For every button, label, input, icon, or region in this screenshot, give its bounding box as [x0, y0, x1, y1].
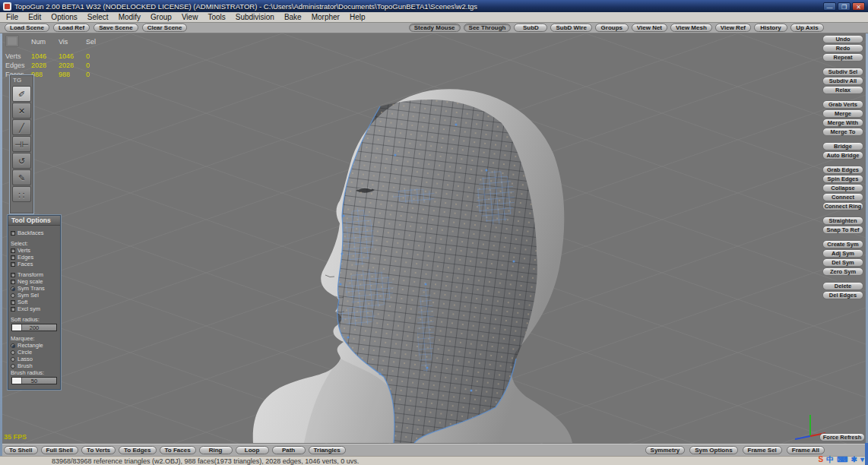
menu-tools[interactable]: Tools — [207, 13, 225, 21]
maximize-button[interactable]: ❐ — [838, 2, 851, 11]
steady-mouse-button[interactable]: Steady Mouse — [409, 24, 461, 32]
soft-radius-slider-handle[interactable] — [12, 324, 22, 331]
edges-checkbox[interactable] — [11, 255, 15, 260]
soft-option[interactable]: Soft — [8, 299, 60, 305]
soft-radius-slider[interactable]: 200 — [11, 324, 57, 331]
menu-view[interactable]: View — [182, 13, 198, 21]
save-scene-button[interactable]: Save Scene — [93, 24, 138, 32]
tubes-tool-button[interactable]: ⸬ — [12, 186, 31, 202]
minimize-button[interactable]: — — [823, 2, 836, 11]
grab-edges-button[interactable]: Grab Edges — [822, 166, 863, 174]
connect-ring-button[interactable]: Connect Ring — [822, 202, 863, 210]
snap-to-ref-button[interactable]: Snap To Ref — [822, 226, 863, 234]
menu-group[interactable]: Group — [150, 13, 172, 21]
brush-radius-slider[interactable]: 50 — [11, 377, 57, 384]
triangles-button[interactable]: Triangles — [309, 446, 346, 454]
sogou-ime-icon[interactable]: S — [818, 454, 823, 465]
menu-morpher[interactable]: Morpher — [312, 13, 340, 21]
menu-select[interactable]: Select — [87, 13, 109, 21]
transform-option[interactable]: Transform — [8, 271, 60, 278]
view-mesh-button[interactable]: View Mesh — [670, 24, 712, 32]
marquee-rectangle-option[interactable]: Rectangle — [8, 342, 60, 349]
chinese-mode-icon[interactable]: 中 — [826, 454, 834, 465]
frame-sel-button[interactable]: Frame Sel — [743, 446, 782, 454]
history-button[interactable]: History — [754, 24, 787, 32]
neg-scale-option[interactable]: Neg scale — [8, 278, 60, 285]
menu-help[interactable]: Help — [350, 13, 366, 21]
subd-wire-button[interactable]: SubD Wire — [550, 24, 591, 32]
sym-sel-radio[interactable] — [11, 293, 15, 298]
to-edges-button[interactable]: To Edges — [119, 446, 156, 454]
viewport-3d[interactable] — [0, 33, 868, 444]
edges-option[interactable]: Edges — [8, 254, 60, 261]
marquee-lasso-option[interactable]: Lasso — [8, 356, 60, 362]
ring-button[interactable]: Ring — [199, 446, 233, 454]
marquee-rectangle-radio[interactable] — [11, 343, 15, 348]
bridge-tool-button[interactable]: ⊣⊢ — [12, 136, 31, 152]
sym-options-button[interactable]: Sym Options — [689, 446, 737, 454]
load-ref-button[interactable]: Load Ref — [53, 24, 90, 32]
backfaces-checkbox[interactable] — [11, 231, 15, 236]
draw-tool-button[interactable]: ╱ — [12, 119, 31, 135]
merge-with-button[interactable]: Merge With — [822, 119, 863, 127]
redo-button[interactable]: Redo — [822, 44, 863, 52]
select-tool-button[interactable]: ✐ — [12, 86, 31, 102]
verts-option[interactable]: Verts — [8, 247, 60, 254]
bridge-button[interactable]: Bridge — [822, 142, 863, 150]
marquee-lasso-radio[interactable] — [11, 357, 15, 362]
menu-edit[interactable]: Edit — [28, 13, 41, 21]
subdiv-all-button[interactable]: Subdiv All — [822, 77, 863, 85]
load-scene-button[interactable]: Load Scene — [5, 24, 49, 32]
undo-button[interactable]: Undo — [822, 35, 863, 43]
faces-option[interactable]: Faces — [8, 261, 60, 267]
force-refresh-button[interactable]: Force Refresh — [819, 433, 865, 441]
full-shell-button[interactable]: Full Shell — [41, 446, 79, 454]
clear-scene-button[interactable]: Clear Scene — [142, 24, 188, 32]
pen-tool-button[interactable]: ✎ — [12, 169, 31, 185]
merge-to-button[interactable]: Merge To — [822, 128, 863, 136]
subd-button[interactable]: SubD — [514, 24, 547, 32]
view-ref-button[interactable]: View Ref — [715, 24, 751, 32]
groups-button[interactable]: Groups — [595, 24, 629, 32]
merge-button[interactable]: Merge — [822, 109, 863, 118]
keyboard-icon[interactable]: ⌨ — [837, 454, 847, 465]
soft-checkbox[interactable] — [11, 300, 15, 305]
brush-radius-slider-handle[interactable] — [12, 378, 22, 384]
transform-checkbox[interactable] — [11, 273, 15, 277]
relax-button[interactable]: Relax — [822, 86, 863, 94]
marquee-brush-option[interactable]: Brush — [8, 362, 60, 369]
collapse-button[interactable]: Collapse — [822, 184, 863, 192]
connect-button[interactable]: Connect — [822, 193, 863, 201]
marquee-brush-radio[interactable] — [11, 364, 15, 369]
view-net-button[interactable]: View Net — [632, 24, 667, 32]
marquee-circle-option[interactable]: Circle — [8, 349, 60, 356]
verts-checkbox[interactable] — [11, 248, 15, 253]
create-sym-button[interactable]: Create Sym — [822, 240, 863, 248]
faces-checkbox[interactable] — [11, 262, 15, 267]
marquee-circle-radio[interactable] — [11, 350, 15, 355]
del-edges-button[interactable]: Del Edges — [822, 291, 863, 299]
sym-sel-option[interactable]: Sym Sel — [8, 292, 60, 299]
close-button[interactable]: ✕ — [852, 2, 865, 11]
repeat-button[interactable]: Repeat — [822, 53, 863, 62]
delete-button[interactable]: Delete — [822, 282, 863, 290]
menu-file[interactable]: File — [6, 13, 18, 21]
menu-options[interactable]: Options — [51, 13, 77, 21]
brush-tool-button[interactable]: ↺ — [12, 153, 31, 169]
spin-edges-button[interactable]: Spin Edges — [822, 175, 863, 183]
adj-sym-button[interactable]: Adj Sym — [822, 249, 863, 258]
sym-trans-radio[interactable] — [11, 286, 15, 291]
ime-settings-icon[interactable]: ✱ — [851, 454, 857, 465]
del-sym-button[interactable]: Del Sym — [822, 258, 863, 267]
loop-button[interactable]: Loop — [236, 446, 269, 454]
straighten-button[interactable]: Straighten — [822, 217, 863, 225]
menu-bake[interactable]: Bake — [284, 13, 302, 21]
to-shell-button[interactable]: To Shell — [4, 446, 38, 454]
see-through-button[interactable]: See Through — [464, 24, 512, 32]
neg-scale-checkbox[interactable] — [11, 280, 15, 284]
subdiv-sel-button[interactable]: Subdiv Sel — [822, 68, 863, 76]
ime-more-icon[interactable]: ▾ — [860, 454, 864, 465]
excl-sym-option[interactable]: Excl sym — [8, 305, 60, 312]
to-verts-button[interactable]: To Verts — [81, 446, 116, 454]
symmetry-button[interactable]: Symmetry — [645, 446, 686, 454]
